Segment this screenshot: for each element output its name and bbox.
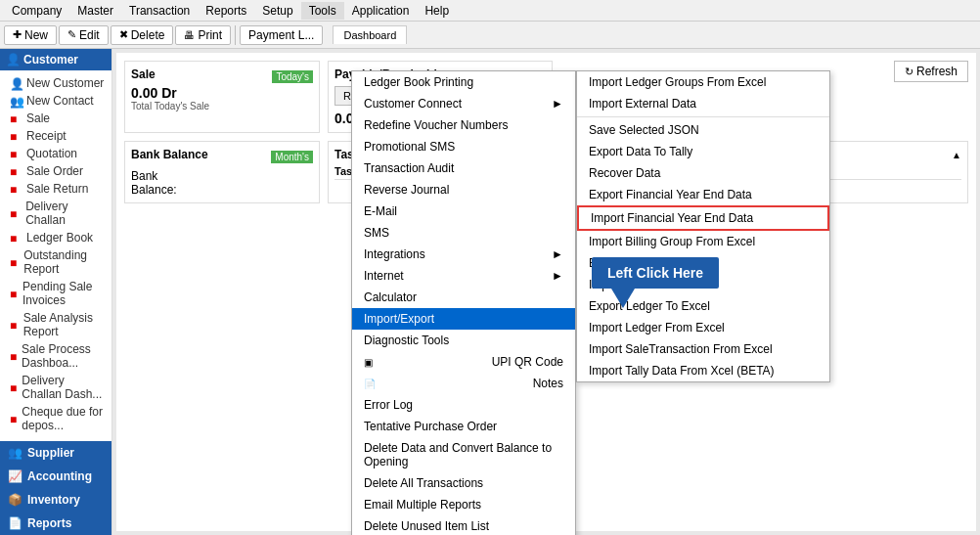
sidebar-item-pending-invoices[interactable]: ■ Pending Sale Invoices bbox=[4, 278, 110, 309]
sidebar-item-sale-return[interactable]: ■ Sale Return bbox=[4, 180, 110, 198]
customer-icon: 👤 bbox=[6, 53, 21, 67]
menu-diagnostic[interactable]: Diagnostic Tools bbox=[352, 330, 575, 351]
menu-customer-connect[interactable]: Customer Connect► bbox=[352, 93, 575, 114]
menu-promo-sms[interactable]: Promotional SMS bbox=[352, 136, 575, 157]
menu-setup[interactable]: Setup bbox=[254, 2, 300, 20]
menu-tentative-po[interactable]: Tentative Purchase Order bbox=[352, 416, 575, 437]
menu-upi-qr[interactable]: ▣UPI QR Code bbox=[352, 351, 575, 373]
menu-transaction[interactable]: Transaction bbox=[121, 2, 198, 20]
submenu-import-tally-xcel[interactable]: Import Tally Data From Xcel (BETA) bbox=[577, 360, 829, 381]
sidebar-item-outstanding-report[interactable]: ■ Outstanding Report bbox=[4, 246, 110, 278]
menu-sms[interactable]: SMS bbox=[352, 222, 575, 244]
submenu-recover-data[interactable]: Recover Data bbox=[577, 162, 829, 184]
bank-label: Bank bbox=[131, 169, 157, 183]
menu-email[interactable]: E-Mail bbox=[352, 201, 575, 222]
menu-master[interactable]: Master bbox=[69, 2, 121, 20]
task-arrow-icon[interactable]: ▲ bbox=[952, 150, 961, 160]
menu-integrations[interactable]: Integrations► bbox=[352, 244, 575, 265]
importexport-submenu: Import Ledger Groups From Excel Import E… bbox=[576, 70, 830, 382]
menu-notes[interactable]: 📄Notes bbox=[352, 373, 575, 394]
new-customer-icon: 👤 bbox=[10, 77, 23, 89]
menu-reports[interactable]: Reports bbox=[198, 2, 254, 20]
main-layout: 👤 Customer 👤 New Customer 👥 New Contact … bbox=[0, 49, 980, 535]
sale-order-icon: ■ bbox=[10, 165, 23, 177]
cheque-icon: ■ bbox=[10, 413, 19, 424]
supplier-icon: 👥 bbox=[8, 446, 22, 460]
callout-arrow-icon bbox=[611, 289, 635, 308]
submenu-save-json[interactable]: Save Selected JSON bbox=[577, 119, 829, 141]
menu-reverse-journal[interactable]: Reverse Journal bbox=[352, 179, 575, 201]
outstanding-report-icon: ■ bbox=[10, 256, 21, 268]
menu-redefine-voucher[interactable]: Redefine Voucher Numbers bbox=[352, 114, 575, 136]
sidebar-header-customer[interactable]: 👤 Customer bbox=[0, 49, 111, 70]
quotation-icon: ■ bbox=[10, 148, 23, 159]
sidebar-item-new-customer[interactable]: 👤 New Customer bbox=[4, 74, 110, 92]
analysis-report-icon: ■ bbox=[10, 319, 21, 331]
sale-card: Sale Today's 0.00 Dr Total Today's Sale bbox=[124, 61, 320, 133]
sidebar-bottom-inventory[interactable]: 📦 Inventory bbox=[0, 488, 111, 512]
menu-email-reports[interactable]: Email Multiple Reports bbox=[352, 494, 575, 515]
content-area: ↻ Refresh Sale Today's 0.00 Dr Total Tod… bbox=[112, 49, 980, 535]
sidebar-item-delivery-challan[interactable]: ■ Delivery Challan bbox=[4, 198, 110, 229]
menu-delete-unused[interactable]: Delete Unused Item List bbox=[352, 515, 575, 535]
sidebar-item-sale-process[interactable]: ■ Sale Process Dashboa... bbox=[4, 340, 110, 372]
sidebar-item-sale[interactable]: ■ Sale bbox=[4, 110, 110, 127]
menu-delete-convert[interactable]: Delete Data and Convert Balance to Openi… bbox=[352, 437, 575, 472]
new-button[interactable]: ✚ New bbox=[4, 25, 57, 45]
menu-company[interactable]: Company bbox=[4, 2, 69, 20]
sidebar-item-sale-order[interactable]: ■ Sale Order bbox=[4, 162, 110, 180]
sidebar-item-analysis-report[interactable]: ■ Sale Analysis Report bbox=[4, 309, 110, 340]
sale-sub: Total Today's Sale bbox=[131, 101, 313, 111]
submenu-import-billing-group[interactable]: Import Billing Group From Excel bbox=[577, 231, 829, 252]
pending-invoices-icon: ■ bbox=[10, 288, 20, 299]
sidebar-item-new-contact[interactable]: 👥 New Contact bbox=[4, 92, 110, 110]
sidebar-bottom-supplier[interactable]: 👥 Supplier bbox=[0, 441, 111, 465]
menu-delete-all-tx[interactable]: Delete All Transactions bbox=[352, 472, 575, 494]
menu-tools[interactable]: Tools bbox=[301, 2, 344, 20]
sidebar-item-cheque[interactable]: ■ Cheque due for depos... bbox=[4, 403, 110, 434]
new-contact-icon: 👥 bbox=[10, 95, 23, 107]
refresh-button[interactable]: ↻ Refresh bbox=[894, 61, 968, 82]
submenu-import-fy[interactable]: Import Financial Year End Data bbox=[577, 205, 829, 231]
sale-process-icon: ■ bbox=[10, 350, 19, 362]
edit-button[interactable]: ✎ Edit bbox=[59, 25, 109, 45]
sidebar-item-quotation[interactable]: ■ Quotation bbox=[4, 145, 110, 162]
delivery-challan-icon: ■ bbox=[10, 207, 22, 219]
toolbar: ✚ New ✎ Edit ✖ Delete 🖶 Print Payment L.… bbox=[0, 22, 980, 49]
tools-dropdown: Ledger Book Printing Customer Connect► R… bbox=[351, 70, 576, 535]
menu-transaction-audit[interactable]: Transaction Audit bbox=[352, 157, 575, 179]
sale-value: 0.00 Dr bbox=[131, 85, 313, 101]
submenu-export-tally[interactable]: Export Data To Tally bbox=[577, 141, 829, 162]
sale-title: Sale bbox=[131, 67, 156, 81]
reports-icon: 📄 bbox=[8, 516, 22, 530]
accounting-icon: 📈 bbox=[8, 469, 22, 483]
month-badge: Month's bbox=[271, 151, 313, 163]
menu-calculator[interactable]: Calculator bbox=[352, 287, 575, 308]
dashboard-tab[interactable]: Dashboard bbox=[333, 25, 407, 44]
submenu-import-external[interactable]: Import External Data bbox=[577, 93, 829, 114]
submenu-separator bbox=[577, 116, 829, 117]
toolbar-separator bbox=[235, 25, 236, 45]
submenu-import-ledger-groups[interactable]: Import Ledger Groups From Excel bbox=[577, 71, 829, 93]
sale-return-icon: ■ bbox=[10, 183, 23, 195]
menu-internet[interactable]: Internet► bbox=[352, 265, 575, 287]
sale-icon: ■ bbox=[10, 112, 23, 124]
sidebar-bottom-accounting[interactable]: 📈 Accounting bbox=[0, 465, 111, 488]
submenu-import-ledger-excel[interactable]: Import Ledger From Excel bbox=[577, 317, 829, 338]
menu-application[interactable]: Application bbox=[344, 2, 418, 20]
sidebar-item-ledger-book[interactable]: ■ Ledger Book bbox=[4, 229, 110, 246]
sidebar-bottom-reports[interactable]: 📄 Reports bbox=[0, 512, 111, 535]
submenu-export-fy[interactable]: Export Financial Year End Data bbox=[577, 184, 829, 205]
menu-ledger-book-printing[interactable]: Ledger Book Printing bbox=[352, 71, 575, 93]
menu-error-log[interactable]: Error Log bbox=[352, 394, 575, 416]
print-button[interactable]: 🖶 Print bbox=[175, 25, 231, 45]
submenu-import-saletx-excel[interactable]: Import SaleTransaction From Excel bbox=[577, 338, 829, 360]
sidebar-item-delivery-dash[interactable]: ■ Delivery Challan Dash... bbox=[4, 372, 110, 403]
delete-button[interactable]: ✖ Delete bbox=[111, 25, 174, 45]
menu-help[interactable]: Help bbox=[417, 2, 457, 20]
receipt-icon: ■ bbox=[10, 130, 23, 142]
menu-import-export[interactable]: Import/Export bbox=[352, 308, 575, 330]
payment-button[interactable]: Payment L... bbox=[240, 25, 323, 45]
sidebar-item-receipt[interactable]: ■ Receipt bbox=[4, 127, 110, 145]
callout: Left Click Here bbox=[592, 257, 719, 308]
